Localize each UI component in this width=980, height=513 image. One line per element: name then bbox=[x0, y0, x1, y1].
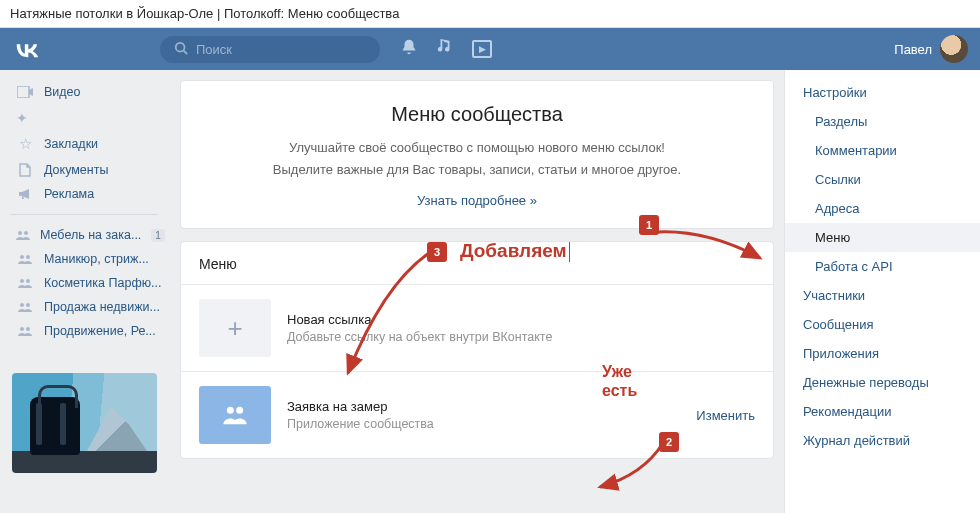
svg-point-0 bbox=[176, 42, 185, 51]
leftnav-label: Мебель на зака... bbox=[40, 228, 141, 242]
new-link-subtitle: Добавьте ссылку на объект внутри ВКонтак… bbox=[287, 330, 552, 344]
group-icon bbox=[16, 230, 30, 240]
leftnav-label: Закладки bbox=[44, 137, 98, 151]
add-link-row[interactable]: + Новая ссылка Добавьте ссылку на объект… bbox=[181, 285, 773, 372]
right-sidebar: Настройки Разделы Комментарии Ссылки Адр… bbox=[784, 70, 980, 513]
rightnav-api[interactable]: Работа с API bbox=[785, 252, 980, 281]
user-name: Павел bbox=[894, 42, 932, 57]
existing-link-row: Заявка на замер Приложение сообщества Из… bbox=[181, 372, 773, 458]
vk-logo[interactable] bbox=[12, 40, 40, 58]
leftnav-label: Документы bbox=[44, 163, 108, 177]
svg-point-10 bbox=[26, 303, 30, 307]
leftnav-label: Видео bbox=[44, 85, 81, 99]
svg-point-3 bbox=[18, 231, 22, 235]
svg-line-1 bbox=[184, 50, 188, 54]
svg-point-4 bbox=[24, 231, 28, 235]
svg-point-8 bbox=[26, 279, 30, 283]
svg-point-14 bbox=[236, 407, 243, 414]
leftnav-item-bookmarks[interactable]: ☆ Закладки bbox=[10, 130, 168, 158]
rightnav-transfers[interactable]: Денежные переводы bbox=[785, 368, 980, 397]
leftnav-label: Продажа недвижи... bbox=[44, 300, 160, 314]
edit-link-button[interactable]: Изменить bbox=[696, 408, 755, 423]
video-icon bbox=[16, 86, 34, 98]
leftnav-item-ads[interactable]: Реклама bbox=[10, 182, 168, 206]
banner-line1: Улучшайте своё сообщество с помощью ново… bbox=[205, 138, 749, 158]
svg-point-7 bbox=[20, 279, 24, 283]
add-thumbnail: + bbox=[199, 299, 271, 357]
menu-section-header: Меню bbox=[181, 242, 773, 285]
left-sidebar: Видео ✦ ☆ Закладки Документы Реклама Меб… bbox=[0, 70, 168, 513]
menu-section: Меню + Новая ссылка Добавьте ссылку на о… bbox=[180, 241, 774, 459]
rightnav-log[interactable]: Журнал действий bbox=[785, 426, 980, 455]
leftnav-label: Косметика Парфю... bbox=[44, 276, 161, 290]
search-placeholder: Поиск bbox=[196, 42, 232, 57]
browser-tab-title: Натяжные потолки в Йошкар-Оле | Потолкоf… bbox=[0, 0, 980, 28]
star-icon: ☆ bbox=[16, 135, 34, 153]
rightnav-recommendations[interactable]: Рекомендации bbox=[785, 397, 980, 426]
leftnav-item-documents[interactable]: Документы bbox=[10, 158, 168, 182]
banner-title: Меню сообщества bbox=[205, 103, 749, 126]
plus-icon: + bbox=[227, 313, 242, 344]
rightnav-apps[interactable]: Приложения bbox=[785, 339, 980, 368]
rightnav-members[interactable]: Участники bbox=[785, 281, 980, 310]
notification-badge: 1 bbox=[151, 229, 165, 242]
leftnav-label: Маникюр, стриж... bbox=[44, 252, 149, 266]
rightnav-sections[interactable]: Разделы bbox=[785, 107, 980, 136]
user-menu[interactable]: Павел bbox=[894, 35, 968, 63]
user-avatar-icon bbox=[940, 35, 968, 63]
rightnav-addresses[interactable]: Адреса bbox=[785, 194, 980, 223]
megaphone-icon bbox=[16, 188, 34, 200]
new-link-title: Новая ссылка bbox=[287, 312, 552, 327]
svg-point-11 bbox=[20, 327, 24, 331]
vk-header: Поиск ▶ Павел bbox=[0, 28, 980, 70]
learn-more-link[interactable]: Узнать подробнее » bbox=[417, 193, 537, 208]
svg-point-6 bbox=[26, 255, 30, 259]
svg-rect-2 bbox=[17, 86, 29, 98]
group-icon bbox=[16, 326, 34, 336]
group-icon bbox=[16, 278, 34, 288]
separator-star-icon: ✦ bbox=[16, 110, 168, 126]
search-icon bbox=[174, 41, 188, 58]
leftnav-label: Реклама bbox=[44, 187, 94, 201]
document-icon bbox=[16, 163, 34, 177]
rightnav-messages[interactable]: Сообщения bbox=[785, 310, 980, 339]
svg-point-12 bbox=[26, 327, 30, 331]
search-input[interactable]: Поиск bbox=[160, 36, 380, 63]
svg-point-9 bbox=[20, 303, 24, 307]
svg-point-13 bbox=[227, 407, 234, 414]
group-icon bbox=[16, 302, 34, 312]
existing-link-subtitle: Приложение сообщества bbox=[287, 417, 434, 431]
info-banner: Меню сообщества Улучшайте своё сообществ… bbox=[180, 80, 774, 229]
leftnav-group-4[interactable]: Продвижение, Ре... bbox=[10, 319, 168, 343]
rightnav-comments[interactable]: Комментарии bbox=[785, 136, 980, 165]
group-icon bbox=[16, 254, 34, 264]
rightnav-links[interactable]: Ссылки bbox=[785, 165, 980, 194]
leftnav-label: Продвижение, Ре... bbox=[44, 324, 156, 338]
svg-point-5 bbox=[20, 255, 24, 259]
banner-line2: Выделите важные для Вас товары, записи, … bbox=[205, 160, 749, 180]
leftnav-group-3[interactable]: Продажа недвижи... bbox=[10, 295, 168, 319]
header-icons: ▶ bbox=[400, 38, 492, 60]
music-icon[interactable] bbox=[436, 38, 454, 60]
existing-link-title: Заявка на замер bbox=[287, 399, 434, 414]
rightnav-settings[interactable]: Настройки bbox=[785, 78, 980, 107]
leftnav-group-1[interactable]: Маникюр, стриж... bbox=[10, 247, 168, 271]
leftnav-item-video[interactable]: Видео bbox=[10, 80, 168, 104]
leftnav-group-2[interactable]: Косметика Парфю... bbox=[10, 271, 168, 295]
main-content: Меню сообщества Улучшайте своё сообществ… bbox=[168, 70, 784, 513]
community-app-icon bbox=[221, 401, 249, 429]
divider bbox=[10, 214, 158, 215]
leftnav-group-0[interactable]: Мебель на зака... 1 bbox=[10, 223, 168, 247]
promo-thumbnail[interactable] bbox=[12, 373, 157, 473]
bell-icon[interactable] bbox=[400, 38, 418, 60]
rightnav-menu[interactable]: Меню bbox=[785, 223, 980, 252]
video-top-icon[interactable]: ▶ bbox=[472, 40, 492, 58]
app-thumbnail bbox=[199, 386, 271, 444]
